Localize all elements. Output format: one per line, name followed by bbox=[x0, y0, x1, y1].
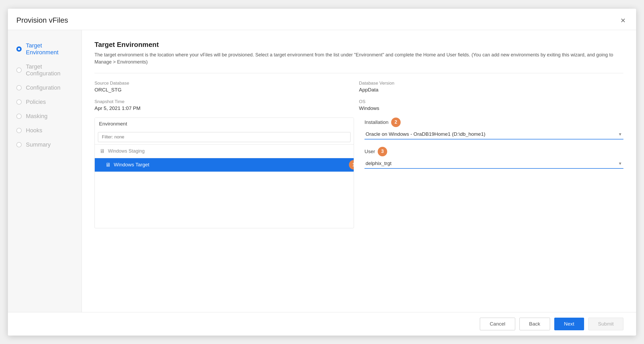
filter-row bbox=[95, 130, 354, 144]
step-dot-hooks bbox=[16, 128, 22, 133]
right-panel: Installation 2 Oracle on Windows - OraDB… bbox=[364, 118, 623, 228]
database-version-group: Database Version AppData bbox=[359, 81, 623, 93]
database-version-value: AppData bbox=[359, 87, 623, 93]
snapshot-time-group: Snapshot Time Apr 5, 2021 1:07 PM bbox=[94, 99, 359, 111]
section-description: The target environment is the location w… bbox=[94, 51, 623, 66]
installation-label-text: Installation bbox=[364, 119, 389, 125]
sidebar-label-summary: Summary bbox=[26, 141, 51, 148]
environment-panel: Environment 🖥 Windows Staging 🖥 Windows … bbox=[94, 118, 354, 228]
user-label-text: User bbox=[364, 149, 375, 154]
os-label: OS bbox=[359, 99, 623, 104]
os-value: Windows bbox=[359, 105, 623, 111]
provision-vfiles-modal: Provision vFiles × Target Environment Ta… bbox=[8, 9, 636, 336]
modal-header: Provision vFiles × bbox=[8, 9, 636, 30]
source-database-value: ORCL_STG bbox=[94, 87, 359, 93]
step-dot-target-configuration bbox=[16, 67, 22, 73]
user-field-group: User 3 delphix_trgt bbox=[364, 147, 623, 169]
env-item-label-windows-staging: Windows Staging bbox=[108, 148, 145, 154]
submit-button[interactable]: Submit bbox=[588, 318, 623, 330]
main-content: Target Environment The target environmen… bbox=[82, 30, 636, 312]
next-button[interactable]: Next bbox=[554, 318, 584, 330]
installation-field-label: Installation 2 bbox=[364, 118, 623, 127]
computer-icon-target: 🖥 bbox=[105, 162, 111, 168]
page-title: Target Environment bbox=[94, 41, 623, 49]
computer-icon-staging: 🖥 bbox=[100, 148, 105, 154]
step-dot-configuration bbox=[16, 85, 22, 90]
environment-filter-input[interactable] bbox=[98, 132, 351, 142]
env-list-item-windows-target[interactable]: 🖥 Windows Target 1 bbox=[95, 158, 354, 172]
snapshot-time-label: Snapshot Time bbox=[94, 99, 359, 104]
sidebar-label-target-environment: Target Environment bbox=[26, 42, 73, 56]
sidebar-label-configuration: Configuration bbox=[26, 84, 60, 91]
sidebar-item-masking[interactable]: Masking bbox=[8, 109, 82, 123]
source-database-group: Source Database ORCL_STG bbox=[94, 81, 359, 93]
environment-label: Environment bbox=[99, 121, 127, 127]
user-field-label: User 3 bbox=[364, 147, 623, 156]
back-button[interactable]: Back bbox=[519, 318, 550, 330]
sidebar-item-hooks[interactable]: Hooks bbox=[8, 123, 82, 138]
env-list-item-windows-staging[interactable]: 🖥 Windows Staging bbox=[95, 144, 354, 158]
annotation-badge-3: 3 bbox=[378, 147, 387, 156]
step-dot-masking bbox=[16, 114, 22, 119]
user-select-wrapper: delphix_trgt bbox=[364, 158, 623, 169]
sidebar: Target Environment Target Configuration … bbox=[8, 30, 82, 312]
close-button[interactable]: × bbox=[618, 15, 628, 26]
modal-footer: Cancel Back Next Submit bbox=[8, 312, 636, 336]
sidebar-label-hooks: Hooks bbox=[26, 127, 42, 134]
sidebar-label-policies: Policies bbox=[26, 99, 46, 105]
sidebar-item-policies[interactable]: Policies bbox=[8, 95, 82, 109]
step-dot-summary bbox=[16, 142, 22, 147]
sidebar-item-configuration[interactable]: Configuration bbox=[8, 81, 82, 95]
snapshot-time-value: Apr 5, 2021 1:07 PM bbox=[94, 105, 359, 111]
os-group: OS Windows bbox=[359, 99, 623, 111]
sidebar-item-target-configuration[interactable]: Target Configuration bbox=[8, 60, 82, 81]
user-select[interactable]: delphix_trgt bbox=[364, 158, 623, 169]
fields-area: Environment 🖥 Windows Staging 🖥 Windows … bbox=[94, 118, 623, 228]
annotation-badge-1: 1 bbox=[349, 160, 354, 169]
step-dot-target-environment bbox=[16, 46, 22, 52]
source-database-label: Source Database bbox=[94, 81, 359, 86]
environment-list: 🖥 Windows Staging 🖥 Windows Target 1 bbox=[95, 144, 354, 172]
installation-select[interactable]: Oracle on Windows - OraDB19Home1 (D:\db_… bbox=[364, 129, 623, 139]
installation-field-group: Installation 2 Oracle on Windows - OraDB… bbox=[364, 118, 623, 139]
sidebar-item-summary[interactable]: Summary bbox=[8, 138, 82, 152]
modal-body: Target Environment Target Configuration … bbox=[8, 30, 636, 312]
sidebar-label-target-configuration: Target Configuration bbox=[26, 63, 73, 77]
info-row-2: Snapshot Time Apr 5, 2021 1:07 PM OS Win… bbox=[94, 99, 623, 111]
info-row: Source Database ORCL_STG Database Versio… bbox=[94, 81, 623, 93]
sidebar-item-target-environment[interactable]: Target Environment bbox=[8, 38, 82, 60]
installation-select-wrapper: Oracle on Windows - OraDB19Home1 (D:\db_… bbox=[364, 129, 623, 139]
annotation-badge-2: 2 bbox=[391, 118, 401, 127]
step-dot-policies bbox=[16, 99, 22, 105]
cancel-button[interactable]: Cancel bbox=[480, 318, 515, 330]
modal-title: Provision vFiles bbox=[16, 16, 68, 25]
sidebar-label-masking: Masking bbox=[26, 113, 48, 120]
env-item-label-windows-target: Windows Target bbox=[114, 162, 149, 168]
divider bbox=[94, 73, 623, 73]
environment-panel-header: Environment bbox=[95, 118, 354, 130]
database-version-label: Database Version bbox=[359, 81, 623, 86]
